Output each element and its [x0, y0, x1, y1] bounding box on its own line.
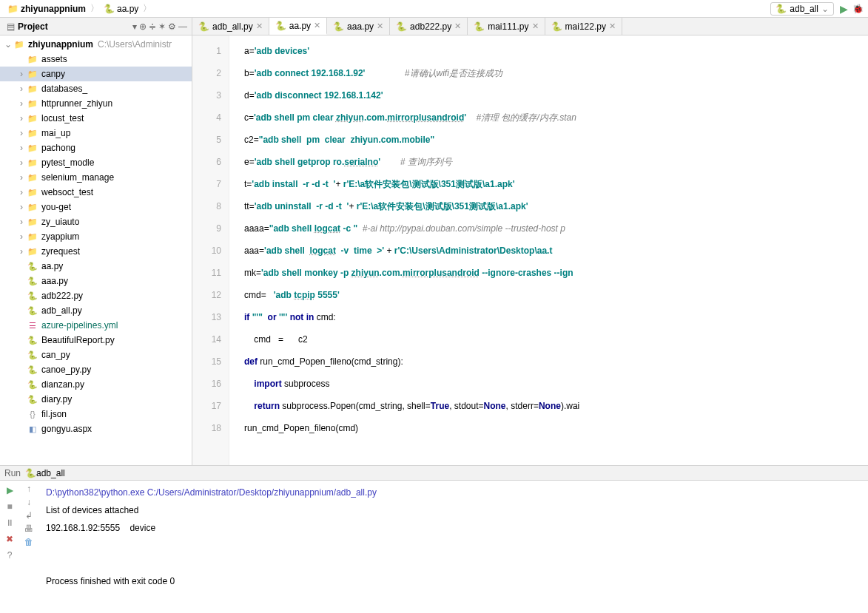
run-button[interactable]: ▶: [840, 3, 848, 15]
editor-tab[interactable]: 🐍adb_all.py✕: [192, 18, 269, 35]
editor-tab[interactable]: 🐍mai122.py✕: [545, 18, 622, 35]
close-tab-icon[interactable]: ✕: [314, 21, 320, 30]
collapse-all-icon[interactable]: ✶: [158, 21, 166, 32]
settings-gear-icon[interactable]: ⚙: [168, 21, 176, 32]
tree-file-item[interactable]: 🐍canoe_py.py: [0, 362, 192, 377]
exit-button[interactable]: ✖: [3, 532, 16, 546]
breadcrumb-file[interactable]: 🐍 aa.py: [101, 2, 141, 16]
tree-file-item[interactable]: 🐍can_py: [0, 348, 192, 362]
rerun-button[interactable]: ▶: [3, 484, 16, 497]
select-opened-file-icon[interactable]: ⊕: [139, 21, 147, 32]
stop-button[interactable]: ■: [3, 500, 16, 513]
expand-all-icon[interactable]: ≑: [149, 21, 156, 32]
tree-folder-item[interactable]: ›📁zyappium: [0, 229, 192, 244]
tree-file-item[interactable]: 🐍diary.py: [0, 392, 192, 407]
code-line[interactable]: b='adb connect 192.168.1.92' #请确认wifi是否连…: [244, 62, 868, 84]
editor-tab[interactable]: 🐍mai111.py✕: [468, 18, 545, 35]
dropdown-arrow-icon[interactable]: ▾: [132, 21, 137, 32]
editor-code-area[interactable]: a='adb devices'b='adb connect 192.168.1.…: [229, 35, 868, 465]
expander-icon[interactable]: ›: [16, 202, 27, 212]
expander-icon[interactable]: ›: [16, 231, 27, 242]
tree-folder-item[interactable]: 📁assets: [0, 52, 192, 67]
code-line[interactable]: tt='adb uninstall -r -d -t '+ r'E:\a软件安装…: [244, 195, 868, 217]
tree-folder-item[interactable]: ›📁canpy: [0, 67, 192, 81]
expander-icon[interactable]: ›: [16, 69, 27, 79]
tree-folder-item[interactable]: ›📁pachong: [0, 140, 192, 155]
code-line[interactable]: run_cmd_Popen_fileno(cmd): [244, 417, 868, 439]
expander-icon[interactable]: ⌄: [3, 39, 13, 50]
expander-icon[interactable]: ›: [16, 158, 27, 168]
tree-folder-item[interactable]: ›📁locust_test: [0, 111, 192, 126]
editor-tab[interactable]: 🐍adb222.py✕: [390, 18, 468, 35]
editor-tab[interactable]: 🐍aa.py✕: [269, 18, 327, 35]
clear-button[interactable]: 🗑: [24, 537, 33, 547]
pause-button[interactable]: ⏸: [3, 516, 16, 529]
expander-icon[interactable]: ›: [16, 217, 27, 227]
close-tab-icon[interactable]: ✕: [609, 21, 616, 31]
code-line[interactable]: cmd= 'adb tcpip 5555': [244, 284, 868, 306]
down-stack-button[interactable]: ↓: [27, 497, 31, 507]
code-line[interactable]: aaaa="adb shell logcat -c " #-ai http://…: [244, 217, 868, 240]
tree-folder-item[interactable]: ›📁you-get: [0, 200, 192, 214]
help-button[interactable]: ?: [3, 549, 16, 562]
expander-icon[interactable]: ›: [16, 128, 27, 138]
tree-folder-item[interactable]: ›📁pytest_modle: [0, 155, 192, 170]
tree-file-item[interactable]: ☰azure-pipelines.yml: [0, 318, 192, 333]
code-line[interactable]: import subprocess: [244, 373, 868, 395]
tree-item-label: selenium_manage: [41, 172, 114, 183]
tree-folder-item[interactable]: ›📁mai_up: [0, 126, 192, 140]
up-stack-button[interactable]: ↑: [27, 484, 31, 494]
tree-file-item[interactable]: 🐍adb_all.py: [0, 303, 192, 318]
tree-file-item[interactable]: ◧gongyu.aspx: [0, 421, 192, 436]
expander-icon[interactable]: ›: [16, 113, 27, 123]
expander-icon[interactable]: ›: [16, 84, 27, 94]
project-root-item[interactable]: ⌄ 📁 zhiyunappnium C:\Users\Administr: [0, 37, 192, 52]
tree-item-label: canoe_py.py: [41, 365, 91, 375]
tree-file-item[interactable]: 🐍aa.py: [0, 259, 192, 274]
close-tab-icon[interactable]: ✕: [532, 21, 539, 31]
debug-button[interactable]: 🐞: [852, 4, 864, 14]
close-tab-icon[interactable]: ✕: [454, 21, 461, 31]
expander-icon[interactable]: ›: [16, 172, 27, 183]
expander-icon[interactable]: ›: [16, 187, 27, 197]
code-line[interactable]: a='adb devices': [244, 40, 868, 62]
tree-folder-item[interactable]: ›📁selenium_manage: [0, 170, 192, 185]
code-line[interactable]: t='adb install -r -d -t '+ r'E:\a软件安装包\测…: [244, 173, 868, 195]
editor-tab[interactable]: 🐍aaa.py✕: [327, 18, 390, 35]
py-icon: 🐍: [27, 334, 38, 346]
run-configuration-selector[interactable]: 🐍 adb_all ⌄: [770, 2, 834, 16]
expander-icon[interactable]: ›: [16, 143, 27, 153]
project-view-icon[interactable]: ▤: [7, 21, 15, 32]
code-editor[interactable]: 123456789101112131415161718 a='adb devic…: [192, 35, 868, 465]
console-output[interactable]: D:\python382\python.exe C:/Users/Adminis…: [38, 481, 868, 613]
breadcrumb-root[interactable]: 📁 zhiyunappnium: [4, 2, 89, 16]
tree-file-item[interactable]: 🐍adb222.py: [0, 288, 192, 303]
tree-folder-item[interactable]: ›📁zy_uiauto: [0, 214, 192, 229]
code-line[interactable]: d='adb disconnect 192.168.1.142': [244, 84, 868, 106]
close-tab-icon[interactable]: ✕: [377, 21, 383, 31]
tree-folder-item[interactable]: ›📁httprunner_zhiyun: [0, 96, 192, 111]
code-line[interactable]: aaa='adb shell logcat -v time >' + r'C:\…: [244, 240, 868, 262]
tree-folder-item[interactable]: ›📁zyrequest: [0, 244, 192, 259]
print-button[interactable]: 🖶: [24, 524, 33, 534]
project-tree[interactable]: ⌄ 📁 zhiyunappnium C:\Users\Administr 📁as…: [0, 35, 192, 465]
tree-folder-item[interactable]: ›📁databases_: [0, 81, 192, 96]
expander-icon[interactable]: ›: [16, 98, 27, 109]
code-line[interactable]: c='adb shell pm clear zhiyun.com.mirrorp…: [244, 106, 868, 129]
close-tab-icon[interactable]: ✕: [256, 21, 263, 31]
tree-file-item[interactable]: {}fil.json: [0, 407, 192, 421]
expander-icon[interactable]: ›: [16, 246, 27, 257]
tree-file-item[interactable]: 🐍aaa.py: [0, 274, 192, 288]
code-line[interactable]: e='adb shell getprop ro.serialno' # 查询序列…: [244, 151, 868, 173]
code-line[interactable]: mk='adb shell monkey -p zhiyun.com.mirro…: [244, 262, 868, 284]
code-line[interactable]: if "'" or '"' not in cmd:: [244, 306, 868, 328]
code-line[interactable]: c2="adb shell pm clear zhiyun.com.mobile…: [244, 129, 868, 151]
code-line[interactable]: cmd = c2: [244, 328, 868, 350]
code-line[interactable]: def run_cmd_Popen_fileno(cmd_string):: [244, 350, 868, 373]
soft-wrap-button[interactable]: ↲: [25, 510, 33, 521]
tree-file-item[interactable]: 🐍BeautifulReport.py: [0, 333, 192, 348]
tree-file-item[interactable]: 🐍dianzan.py: [0, 377, 192, 392]
code-line[interactable]: return subprocess.Popen(cmd_string, shel…: [244, 395, 868, 417]
hide-panel-icon[interactable]: —: [178, 21, 187, 32]
tree-folder-item[interactable]: ›📁websoct_test: [0, 185, 192, 200]
